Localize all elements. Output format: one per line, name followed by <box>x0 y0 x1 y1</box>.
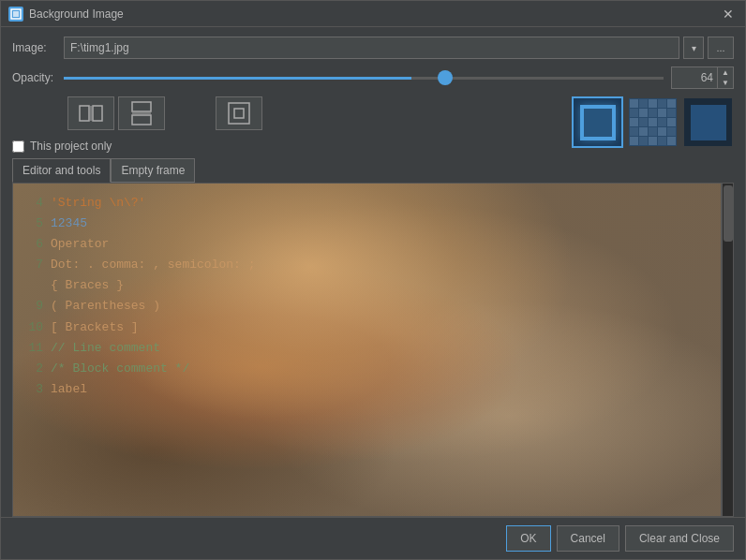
tab-empty-frame[interactable]: Empty frame <box>111 158 195 183</box>
scrollbar-thumb[interactable] <box>724 185 733 242</box>
checkbox-row: This project only <box>12 140 262 153</box>
preview-tiles <box>572 96 734 153</box>
content-area: Image: ▾ ... Opacity: 64 ▲ ▼ <box>1 27 745 517</box>
image-path-input[interactable] <box>64 37 679 59</box>
svg-rect-1 <box>13 11 19 17</box>
bottom-bar: OK Cancel Clear and Close <box>1 517 745 559</box>
background-image-dialog: Background Image ✕ Image: ▾ ... Opacity:… <box>0 0 746 560</box>
opacity-label: Opacity: <box>12 71 64 84</box>
opacity-spinner: ▲ ▼ <box>718 66 734 89</box>
svg-rect-2 <box>80 106 89 121</box>
svg-rect-6 <box>132 115 151 125</box>
image-path-container: ▾ ... <box>64 37 734 59</box>
opacity-value-input[interactable]: 64 <box>671 66 718 89</box>
opacity-slider[interactable] <box>64 77 664 80</box>
dialog-icon <box>8 7 23 22</box>
ok-button[interactable]: OK <box>506 525 550 552</box>
tabs-row: Editor and tools Empty frame <box>12 158 734 183</box>
cancel-button[interactable]: Cancel <box>557 525 619 552</box>
browse-button[interactable]: ... <box>708 37 734 59</box>
image-label: Image: <box>12 41 64 54</box>
left-controls: This project only <box>12 96 262 153</box>
options-row: This project only <box>12 96 734 153</box>
tile-center-button[interactable] <box>216 96 262 130</box>
svg-rect-3 <box>93 106 102 121</box>
opacity-slider-container <box>64 68 664 87</box>
opacity-value-container: 64 ▲ ▼ <box>671 66 734 89</box>
tile-vertical-button[interactable] <box>118 96 165 130</box>
svg-rect-8 <box>229 103 249 124</box>
opacity-row: Opacity: 64 ▲ ▼ <box>12 66 734 89</box>
image-dropdown-button[interactable]: ▾ <box>683 37 704 59</box>
image-row: Image: ▾ ... <box>12 37 734 59</box>
preview-background <box>13 184 722 516</box>
svg-rect-9 <box>234 109 244 118</box>
preview-container: 4 'String \n\?' 5 12345 6 Operator 7 Dot… <box>12 183 734 517</box>
project-only-label: This project only <box>30 140 112 153</box>
vertical-scrollbar[interactable] <box>722 184 733 516</box>
opacity-decrement[interactable]: ▼ <box>718 78 733 88</box>
dialog-title: Background Image <box>29 7 719 21</box>
preview-blue-tile[interactable] <box>682 96 734 148</box>
preview-dots-tile[interactable] <box>627 96 679 148</box>
project-only-checkbox[interactable] <box>12 140 24 153</box>
opacity-increment[interactable]: ▲ <box>718 67 733 78</box>
tile-buttons-row <box>12 96 262 130</box>
svg-rect-5 <box>132 102 151 111</box>
tile-horizontal-button[interactable] <box>67 96 114 130</box>
close-button[interactable]: ✕ <box>719 5 738 23</box>
tab-editor-tools[interactable]: Editor and tools <box>12 158 111 183</box>
title-bar: Background Image ✕ <box>1 1 745 27</box>
preview-frame-tile[interactable] <box>572 96 623 148</box>
clear-and-close-button[interactable]: Clear and Close <box>625 525 734 552</box>
